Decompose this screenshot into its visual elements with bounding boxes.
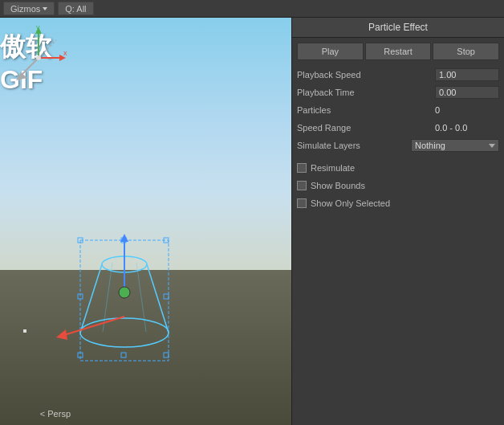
particles-value: 0 <box>435 105 499 115</box>
checkboxes: Resimulate Show Bounds Show Only Selecte… <box>292 157 504 215</box>
svg-point-29 <box>119 287 130 298</box>
show-bounds-row: Show Bounds <box>297 178 499 194</box>
viewport[interactable]: 傲软GIF x y < Persp <box>0 18 291 425</box>
toolbar: Gizmos Q: All <box>0 0 504 18</box>
properties: Playback Speed 1.00 Playback Time 0.00 P… <box>292 63 504 157</box>
svg-rect-18 <box>164 353 169 358</box>
speed-range-label: Speed Range <box>297 123 435 133</box>
play-button[interactable]: Play <box>297 43 364 60</box>
restart-button[interactable]: Restart <box>365 43 432 60</box>
playback-speed-row: Playback Speed 1.00 <box>297 67 499 83</box>
show-only-selected-label: Show Only Selected <box>311 198 390 208</box>
resimulate-label: Resimulate <box>311 163 355 173</box>
svg-line-27 <box>64 317 124 335</box>
particles-row: Particles 0 <box>297 102 499 118</box>
svg-rect-17 <box>121 353 126 358</box>
gizmos-label: Gizmos <box>10 4 40 14</box>
particle-system-svg <box>32 216 209 377</box>
stop-button[interactable]: Stop <box>433 43 499 60</box>
svg-marker-28 <box>56 329 67 340</box>
right-panel: Particle Effect Play Restart Stop Playba… <box>291 18 504 425</box>
simulate-layers-label: Simulate Layers <box>297 141 411 150</box>
svg-point-20 <box>80 318 169 347</box>
particle-dot <box>23 329 26 333</box>
resimulate-checkbox[interactable] <box>297 163 307 173</box>
playback-controls: Play Restart Stop <box>292 38 504 63</box>
svg-rect-15 <box>164 294 169 299</box>
svg-marker-5 <box>16 72 27 80</box>
playback-speed-label: Playback Speed <box>297 70 435 80</box>
panel-title: Particle Effect <box>292 18 504 38</box>
speed-range-row: Speed Range 0.0 - 0.0 <box>297 120 499 136</box>
svg-text:y: y <box>36 26 40 31</box>
playback-time-label: Playback Time <box>297 88 435 97</box>
simulate-layers-value: Nothing <box>415 141 445 150</box>
playback-speed-value: 1.00 <box>435 68 499 81</box>
viewport-container: 傲软GIF x y < Persp <box>0 18 504 425</box>
simulate-layers-arrow-icon <box>489 144 495 148</box>
svg-line-4 <box>21 58 39 76</box>
all-button[interactable]: Q: All <box>58 2 93 15</box>
resimulate-row: Resimulate <box>297 160 499 176</box>
particles-label: Particles <box>297 105 435 115</box>
svg-line-24 <box>136 263 146 332</box>
svg-point-7 <box>36 55 41 60</box>
gizmos-button[interactable]: Gizmos <box>3 2 55 15</box>
svg-text:x: x <box>63 49 67 57</box>
simulate-layers-row: Simulate Layers Nothing <box>297 137 499 153</box>
show-only-selected-row: Show Only Selected <box>297 195 499 211</box>
simulate-layers-dropdown[interactable]: Nothing <box>411 139 499 152</box>
gizmo-widget: x y <box>6 26 71 90</box>
persp-label: < Persp <box>40 409 71 419</box>
all-label: Q: All <box>65 4 86 14</box>
show-bounds-label: Show Bounds <box>311 181 365 190</box>
svg-line-21 <box>80 264 102 333</box>
show-only-selected-checkbox[interactable] <box>297 198 307 208</box>
gizmos-dropdown-icon <box>43 7 47 10</box>
svg-line-6 <box>39 40 56 58</box>
speed-range-value: 0.0 - 0.0 <box>435 123 499 133</box>
show-bounds-checkbox[interactable] <box>297 181 307 190</box>
playback-time-value: 0.00 <box>435 86 499 99</box>
playback-time-row: Playback Time 0.00 <box>297 84 499 100</box>
